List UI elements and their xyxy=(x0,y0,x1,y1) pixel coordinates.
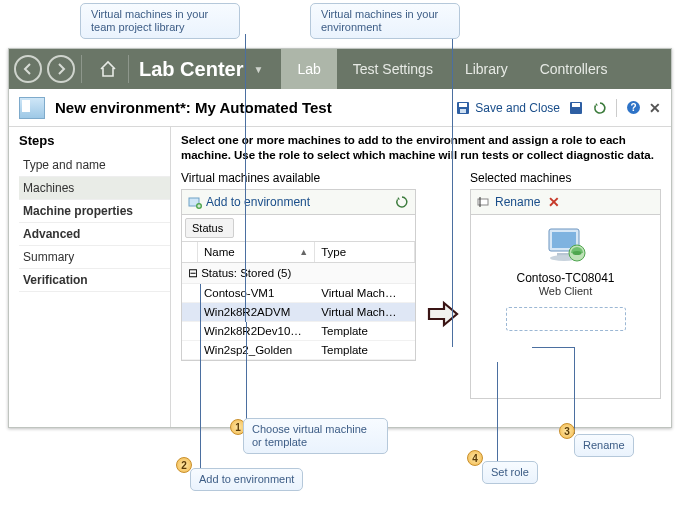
app-window: Lab Center ▼ Lab Test Settings Library C… xyxy=(8,48,672,428)
available-machines-panel: Virtual machines available Add to enviro… xyxy=(181,171,416,399)
steps-sidebar: Steps Type and name Machines Machine pro… xyxy=(9,127,171,427)
step-machines[interactable]: Machines xyxy=(19,177,170,200)
rename-icon xyxy=(477,195,491,209)
subheader: New environment*: My Automated Test Save… xyxy=(9,89,671,127)
add-icon xyxy=(188,195,202,209)
save-icon xyxy=(455,100,471,116)
add-to-environment-button[interactable]: Add to environment xyxy=(188,195,310,209)
transfer-arrow-icon xyxy=(426,297,460,334)
table-row[interactable]: Contoso-VM1Virtual Mach… xyxy=(182,284,415,303)
divider xyxy=(81,55,82,83)
step-advanced[interactable]: Advanced xyxy=(19,223,170,246)
connector-line xyxy=(497,362,498,461)
app-switcher-dropdown[interactable]: ▼ xyxy=(253,64,263,75)
selected-area: Contoso-TC08041 Web Client xyxy=(470,215,661,399)
connector-line xyxy=(245,34,246,322)
refresh-icon[interactable] xyxy=(592,100,608,116)
connector-line xyxy=(452,34,453,347)
available-toolbar: Add to environment xyxy=(181,189,416,215)
tab-test-settings[interactable]: Test Settings xyxy=(337,49,449,89)
rename-button[interactable]: Rename xyxy=(477,195,540,209)
annotation-library: Virtual machines in your team project li… xyxy=(80,3,240,39)
selected-toolbar: Rename ✕ xyxy=(470,189,661,215)
save-icon-small[interactable] xyxy=(568,100,584,116)
close-button[interactable]: ✕ xyxy=(649,100,661,116)
home-button[interactable] xyxy=(94,55,122,83)
role-dropzone[interactable] xyxy=(506,307,626,331)
step-summary[interactable]: Summary xyxy=(19,246,170,269)
step-type-and-name[interactable]: Type and name xyxy=(19,154,170,177)
instruction-text: Select one or more machines to add to th… xyxy=(181,133,661,163)
callout-rename: Rename xyxy=(574,434,634,457)
svg-rect-2 xyxy=(460,109,466,113)
save-label: Save and Close xyxy=(475,101,560,115)
page-title: New environment*: My Automated Test xyxy=(55,99,332,116)
forward-button[interactable] xyxy=(47,55,75,83)
computer-icon[interactable] xyxy=(543,227,589,265)
filter-bar: Status xyxy=(182,215,415,242)
callout-choose-vm: Choose virtual machine or template xyxy=(243,418,388,454)
column-type[interactable]: Type xyxy=(315,242,415,262)
selected-vm-role: Web Client xyxy=(539,285,593,297)
sort-asc-icon: ▲ xyxy=(299,247,308,257)
step-number-4: 4 xyxy=(467,450,483,466)
environment-icon xyxy=(19,97,45,119)
divider xyxy=(128,55,129,83)
available-grid: Status Name▲ Type ⊟ Status: Stored (5) C… xyxy=(181,215,416,361)
selected-heading: Selected machines xyxy=(470,171,661,185)
step-machine-properties[interactable]: Machine properties xyxy=(19,200,170,223)
header-bar: Lab Center ▼ Lab Test Settings Library C… xyxy=(9,49,671,89)
remove-button[interactable]: ✕ xyxy=(548,194,560,210)
refresh-list-icon[interactable] xyxy=(395,195,409,209)
callout-add-env: Add to environment xyxy=(190,468,303,491)
svg-rect-4 xyxy=(572,103,580,107)
connector-line xyxy=(532,347,574,348)
divider xyxy=(616,99,617,117)
svg-rect-1 xyxy=(459,103,467,107)
expand-column xyxy=(182,242,198,262)
tab-lab[interactable]: Lab xyxy=(281,49,336,89)
tab-library[interactable]: Library xyxy=(449,49,524,89)
connector-line xyxy=(246,322,247,419)
steps-heading: Steps xyxy=(19,133,170,148)
add-label: Add to environment xyxy=(206,195,310,209)
save-and-close-button[interactable]: Save and Close xyxy=(455,100,560,116)
callout-set-role: Set role xyxy=(482,461,538,484)
selected-machines-panel: Selected machines Rename ✕ xyxy=(470,171,661,399)
body: Steps Type and name Machines Machine pro… xyxy=(9,127,671,427)
connector-line xyxy=(200,284,201,468)
table-row[interactable]: Win2k8R2Dev10SP1Template xyxy=(182,322,415,341)
selected-vm-name: Contoso-TC08041 xyxy=(516,271,614,285)
app-title: Lab Center xyxy=(139,58,243,81)
connector-line xyxy=(574,347,575,434)
svg-text:?: ? xyxy=(630,102,636,113)
back-button[interactable] xyxy=(14,55,42,83)
column-name[interactable]: Name▲ xyxy=(198,242,315,262)
step-number-3: 3 xyxy=(559,423,575,439)
table-row[interactable]: Win2sp2_GoldenTemplate xyxy=(182,341,415,360)
tab-controllers[interactable]: Controllers xyxy=(524,49,624,89)
step-verification[interactable]: Verification xyxy=(19,269,170,292)
available-heading: Virtual machines available xyxy=(181,171,416,185)
rename-label: Rename xyxy=(495,195,540,209)
grid-header: Name▲ Type xyxy=(182,242,415,263)
table-row[interactable]: Win2k8R2ADVMVirtual Mach… xyxy=(182,303,415,322)
svg-point-16 xyxy=(572,251,581,255)
status-filter[interactable]: Status xyxy=(185,218,234,238)
annotation-environment: Virtual machines in your environment xyxy=(310,3,460,39)
group-row[interactable]: ⊟ Status: Stored (5) xyxy=(182,263,415,284)
help-icon[interactable]: ? xyxy=(625,100,641,116)
svg-rect-12 xyxy=(552,232,576,248)
